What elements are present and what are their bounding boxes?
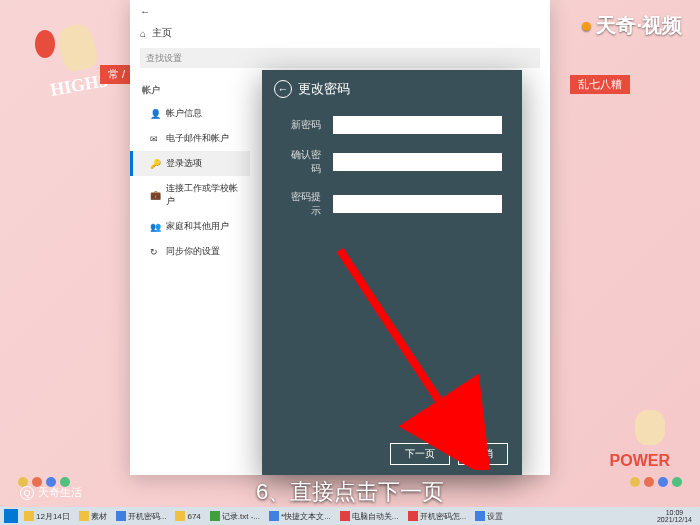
mail-icon: ✉	[150, 134, 160, 144]
sticker-right: 乱七八糟	[570, 75, 630, 94]
watermark-top-right: ●天奇·视频	[580, 12, 682, 39]
search-placeholder: 查找设置	[146, 52, 182, 65]
start-button[interactable]	[4, 509, 18, 523]
person-icon: 👤	[150, 109, 160, 119]
hand-decoration	[55, 21, 100, 74]
window-titlebar[interactable]: ←	[130, 0, 550, 22]
taskbar[interactable]: 12月14日 素材 开机密码... 674 记录.txt -... *快捷文本文…	[0, 507, 700, 525]
fist-decoration	[635, 410, 665, 445]
confirm-password-input[interactable]	[333, 153, 502, 171]
sidebar-item-account-info[interactable]: 👤帐户信息	[130, 101, 250, 126]
next-button[interactable]: 下一页	[390, 443, 450, 465]
sidebar-item-email[interactable]: ✉电子邮件和帐户	[130, 126, 250, 151]
settings-search[interactable]: 查找设置	[140, 48, 540, 68]
taskbar-item[interactable]: 设置	[472, 509, 506, 523]
taskbar-item[interactable]: 开机密码...	[113, 509, 170, 523]
taskbar-item[interactable]: 674	[172, 509, 203, 523]
back-icon[interactable]: ←	[140, 6, 150, 17]
change-password-dialog: ← 更改密码 新密码 确认密码 密码提示 下一页 取消	[262, 70, 522, 475]
home-nav[interactable]: ⌂ 主页	[130, 22, 550, 44]
new-password-input[interactable]	[333, 116, 502, 134]
new-password-label: 新密码	[282, 118, 321, 132]
taskbar-item[interactable]: 记录.txt -...	[207, 509, 263, 523]
sticker-left: 常 /	[100, 65, 133, 84]
home-label: 主页	[152, 26, 172, 40]
taskbar-item[interactable]: 开机密码怎...	[405, 509, 470, 523]
balloon-decoration	[35, 30, 55, 58]
briefcase-icon: 💼	[150, 190, 160, 200]
confirm-password-label: 确认密码	[282, 148, 321, 176]
sidebar-category: 帐户	[130, 80, 250, 101]
taskbar-item[interactable]: 素材	[76, 509, 110, 523]
settings-sidebar: 帐户 👤帐户信息 ✉电子邮件和帐户 🔑登录选项 💼连接工作或学校帐户 👥家庭和其…	[130, 72, 250, 477]
sidebar-item-family[interactable]: 👥家庭和其他用户	[130, 214, 250, 239]
people-icon: 👥	[150, 222, 160, 232]
sidebar-item-sync[interactable]: ↻同步你的设置	[130, 239, 250, 264]
sidebar-item-signin-options[interactable]: 🔑登录选项	[130, 151, 250, 176]
taskbar-item[interactable]: 电脑自动关...	[337, 509, 402, 523]
power-text: POWER	[610, 452, 670, 470]
key-icon: 🔑	[150, 159, 160, 169]
taskbar-item[interactable]: *快捷文本文...	[266, 509, 334, 523]
taskbar-item[interactable]: 12月14日	[21, 509, 73, 523]
back-button[interactable]: ←	[274, 80, 292, 98]
sync-icon: ↻	[150, 247, 160, 257]
video-caption: 6、直接点击下一页	[0, 477, 700, 507]
password-hint-label: 密码提示	[282, 190, 321, 218]
password-hint-input[interactable]	[333, 195, 502, 213]
dialog-header: ← 更改密码	[262, 70, 522, 108]
cancel-button[interactable]: 取消	[458, 443, 508, 465]
home-icon: ⌂	[140, 28, 146, 39]
taskbar-clock[interactable]: 10:092021/12/14	[653, 509, 696, 523]
sidebar-item-work-school[interactable]: 💼连接工作或学校帐户	[130, 176, 250, 214]
dialog-title: 更改密码	[298, 80, 350, 98]
